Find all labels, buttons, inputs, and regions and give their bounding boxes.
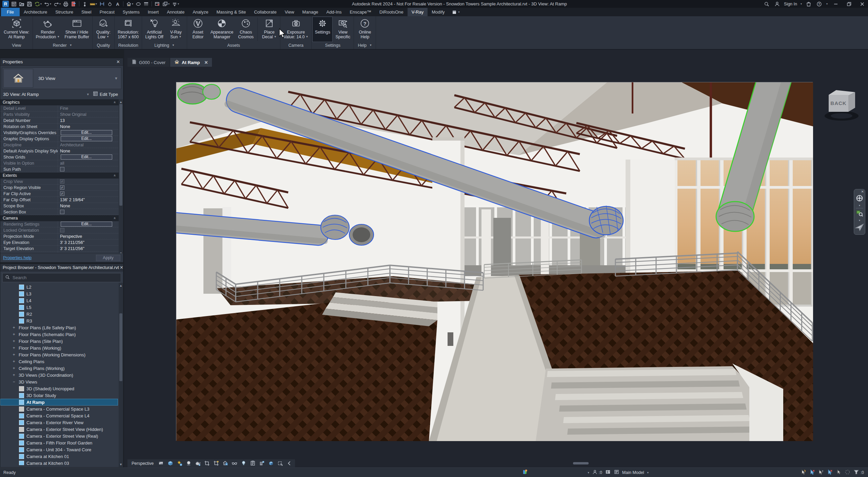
ribbon-tab-analyze[interactable]: Analyze [189, 8, 212, 16]
switch-windows-icon[interactable]: ▾ [161, 1, 171, 7]
visual-style-icon[interactable] [167, 460, 174, 466]
revit-logo-icon[interactable]: R [1, 1, 10, 7]
paper-plane-icon[interactable] [855, 223, 864, 233]
type-selector-caret-icon[interactable]: ▼ [114, 76, 118, 80]
instance-selector-caret-icon[interactable]: ▾ [87, 92, 89, 97]
horizontal-scrollbar[interactable] [295, 459, 868, 467]
tree-item-camera-commercial-space-l3[interactable]: Camera - Commercial Space L3 [0, 406, 118, 412]
resolution-1067-x-600-button[interactable]: yxResolution:1067 x 600 [115, 17, 141, 42]
exposure-value-14-0-button[interactable]: ExposureValue: 14.0▼ [281, 17, 311, 42]
navbar-close-icon[interactable]: ✕ [861, 190, 864, 193]
tree-item-l2[interactable]: L2 [0, 284, 118, 290]
selection-box-icon[interactable] [277, 460, 283, 466]
save-icon[interactable] [26, 1, 33, 7]
current-view-at-ramp-button[interactable]: Current View:At Ramp [1, 17, 32, 42]
edit-type-button[interactable]: Edit Type [93, 91, 121, 97]
ribbon-tab-file[interactable]: File [1, 8, 20, 16]
ribbon-tab-view[interactable]: View [281, 8, 298, 16]
tree-item-l5[interactable]: L5 [0, 304, 118, 311]
ribbon-tab-manage[interactable]: Manage [298, 8, 322, 16]
property-value[interactable]: 3' 3 211/256" [58, 246, 123, 251]
tree-item-3d-views[interactable]: −3D Views [0, 378, 118, 385]
artificial-lights-off-button[interactable]: ArtificialLights Off [143, 17, 165, 42]
tree-item-3d-shaded-uncropped[interactable]: 3D (Shaded) Uncropped [0, 385, 118, 392]
temporary-view-properties-icon[interactable] [250, 460, 256, 466]
tree-item-ceiling-plans-working[interactable]: +Ceiling Plans (Working) [0, 365, 118, 372]
ribbon-tab-systems[interactable]: Systems [119, 8, 144, 16]
tree-item-r3[interactable]: R3 [0, 317, 118, 324]
expand-toggle[interactable]: + [12, 346, 16, 350]
export-doc-icon[interactable] [70, 1, 77, 7]
render-production-button[interactable]: RenderProduction▼ [34, 17, 62, 42]
steering-wheel-icon[interactable] [856, 194, 863, 203]
editable-only-icon[interactable] [592, 470, 597, 476]
close-hidden-windows-icon[interactable] [154, 1, 161, 7]
tree-item-3d-solar-study[interactable]: 3D Solar Study [0, 392, 118, 399]
ribbon-tab-architecture[interactable]: Architecture [20, 8, 51, 16]
design-option-caret-icon[interactable]: ▾ [647, 471, 649, 474]
checkbox[interactable] [60, 210, 64, 214]
measure-icon[interactable]: ▾ [89, 1, 98, 7]
workset-caret-icon[interactable]: ▾ [588, 471, 589, 474]
aligned-dimension-icon[interactable] [98, 1, 106, 7]
ribbon-tab-steel[interactable]: Steel [77, 8, 96, 16]
appearance-manager-button[interactable]: AppearanceManager [208, 17, 236, 42]
property-value[interactable]: None [58, 149, 123, 153]
redo-caret-icon[interactable]: ▾ [59, 2, 61, 5]
tree-item-camera-exterior-street-view-real[interactable]: Camera - Exterior Street View (Real) [0, 433, 118, 439]
settings-button[interactable]: Settings [312, 17, 333, 42]
edit-button[interactable]: Edit... [61, 154, 112, 160]
ribbon-tab-modify[interactable]: Modify [428, 8, 449, 16]
properties-close-icon[interactable]: ✕ [116, 59, 121, 64]
restore-button[interactable] [844, 0, 854, 8]
view-scale[interactable]: Perspective [130, 461, 155, 466]
worksets-icon[interactable] [605, 469, 611, 476]
collapse-bar-icon[interactable] [286, 460, 293, 466]
select-links-icon[interactable] [801, 469, 806, 476]
sign-in-button[interactable]: Sign In [784, 2, 797, 6]
drawing-area[interactable]: G000 - CoverAt Ramp✕ [124, 49, 868, 468]
sign-in-caret-icon[interactable]: ▾ [801, 2, 802, 5]
view-cube[interactable]: BACK [824, 85, 861, 125]
expand-toggle[interactable]: + [12, 373, 16, 377]
section-header-graphics[interactable]: Graphics« [0, 99, 123, 105]
temporary-hide-isolate-icon[interactable] [231, 460, 238, 466]
expand-toggle[interactable]: − [12, 379, 16, 384]
project-browser-scrollbar[interactable]: ▲ ▼ [119, 283, 123, 467]
tree-item-camera-exterior-street-view-hidden[interactable]: Camera - Exterior Street View (Hidden) [0, 426, 118, 433]
ribbon-tab-massing-site[interactable]: Massing & Site [212, 8, 250, 16]
ribbon-tab-insert[interactable]: Insert [144, 8, 163, 16]
print-icon[interactable] [62, 1, 70, 7]
ribbon-tab-collaborate[interactable]: Collaborate [250, 8, 281, 16]
undo-caret-icon[interactable]: ▾ [50, 2, 51, 5]
expand-toggle[interactable]: + [12, 332, 16, 337]
select-by-face-icon[interactable] [827, 469, 833, 476]
select-underlay-icon[interactable] [809, 469, 815, 476]
undo-icon[interactable]: ▾ [43, 1, 52, 7]
chaos-cosmos-button[interactable]: ChaosCosmos [236, 17, 256, 42]
edit-button[interactable]: Edit... [61, 130, 112, 135]
tree-item-at-ramp[interactable]: At Ramp [0, 399, 118, 406]
apply-button[interactable]: Apply [96, 255, 120, 261]
project-browser-close-icon[interactable]: ✕ [119, 265, 123, 270]
section-header-camera[interactable]: Camera« [0, 215, 123, 221]
ribbon-tab-dirootsone[interactable]: DiRootsOne [375, 8, 408, 16]
expand-toggle[interactable]: + [12, 339, 16, 344]
design-options-icon[interactable] [614, 469, 619, 476]
tree-item-floor-plans-life-safety-plan[interactable]: +Floor Plans (Life Safety Plan) [0, 324, 118, 331]
tree-item-camera-at-kitchen-03[interactable]: Camera at Kitchen 03 [0, 460, 118, 465]
ribbon-tab-add-ins[interactable]: Add-Ins [322, 8, 346, 16]
properties-scrollbar[interactable]: ▲▼ [119, 99, 123, 256]
tag-icon[interactable] [106, 1, 114, 7]
tree-item-floor-plans-site-plan[interactable]: +Floor Plans (Site Plan) [0, 338, 118, 345]
type-selector[interactable]: 3D View ▼ [2, 67, 121, 89]
ribbon-tab-precast[interactable]: Precast [96, 8, 119, 16]
online-help-button[interactable]: ?OnlineHelp [355, 17, 375, 42]
panel-label-lighting[interactable]: Lighting▼ [143, 42, 186, 49]
render-dialog-icon[interactable] [195, 460, 201, 466]
tree-item-r2[interactable]: R2 [0, 311, 118, 317]
property-value[interactable]: None [58, 124, 123, 129]
default-3d-view-icon[interactable]: ▾ [125, 1, 134, 7]
checkbox[interactable] [60, 167, 64, 171]
switch-windows-caret-icon[interactable]: ▾ [168, 2, 170, 5]
